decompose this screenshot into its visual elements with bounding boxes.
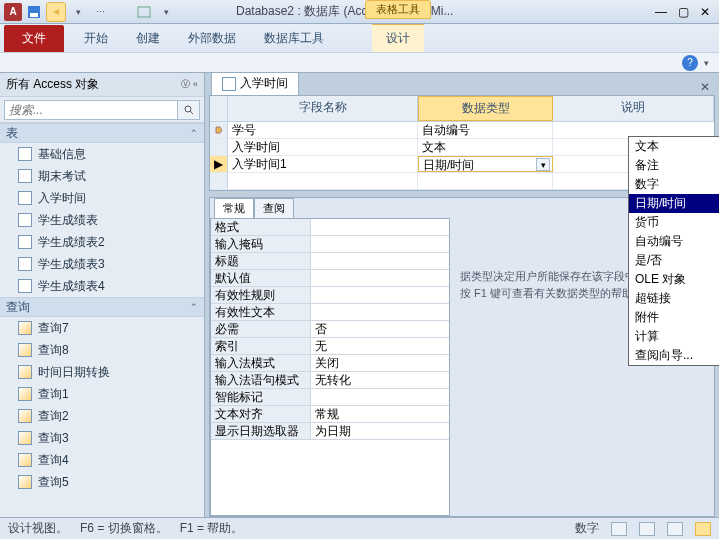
property-value[interactable] [311,389,449,405]
qat-dd-icon[interactable]: ▾ [156,2,176,22]
data-type-cell[interactable]: 自动编号 [418,122,553,138]
property-value[interactable]: 关闭 [311,355,449,371]
app-icon[interactable]: A [4,3,22,21]
nav-query-item[interactable]: 查询8 [0,339,204,361]
property-value[interactable] [311,270,449,286]
document-tab[interactable]: 入学时间 [211,73,299,95]
property-value[interactable]: 为日期 [311,423,449,439]
property-row[interactable]: 文本对齐常规 [211,406,449,423]
tab-file[interactable]: 文件 [4,25,64,52]
data-type-cell[interactable]: 日期/时间▾ [418,156,553,172]
dropdown-option[interactable]: 附件 [629,308,719,327]
search-icon[interactable] [178,100,200,120]
property-value[interactable] [311,253,449,269]
nav-group-tables[interactable]: 表 [6,125,18,142]
field-name-cell[interactable]: 入学时间 [228,139,418,155]
tab-create[interactable]: 创建 [122,25,174,52]
nav-table-item[interactable]: 学生成绩表3 [0,253,204,275]
property-row[interactable]: 默认值 [211,270,449,287]
dropdown-option[interactable]: 计算 [629,327,719,346]
dropdown-option[interactable]: 自动编号 [629,232,719,251]
dropdown-option[interactable]: 数字 [629,175,719,194]
data-type-cell[interactable]: 文本 [418,139,553,155]
data-type-dropdown[interactable]: 文本备注数字日期/时间货币自动编号是/否OLE 对象超链接附件计算查阅向导... [628,136,719,366]
ps-tab-general[interactable]: 常规 [214,198,254,218]
property-row[interactable]: 格式 [211,219,449,236]
row-selector[interactable] [210,173,228,189]
property-row[interactable]: 有效性文本 [211,304,449,321]
nav-table-item[interactable]: 学生成绩表2 [0,231,204,253]
property-value[interactable] [311,236,449,252]
tab-home[interactable]: 开始 [70,25,122,52]
qat-more-icon[interactable]: ⋯ [90,2,110,22]
property-row[interactable]: 显示日期选取器为日期 [211,423,449,440]
col-data-type[interactable]: 数据类型 [418,96,553,121]
tab-database-tools[interactable]: 数据库工具 [250,25,338,52]
property-row[interactable]: 输入法语句模式无转化 [211,372,449,389]
property-row[interactable]: 输入掩码 [211,236,449,253]
row-selector[interactable] [210,122,228,138]
field-name-cell[interactable]: 入学时间1 [228,156,418,172]
field-name-cell[interactable]: 学号 [228,122,418,138]
nav-table-item[interactable]: 学生成绩表4 [0,275,204,297]
property-value[interactable] [311,304,449,320]
col-field-name[interactable]: 字段名称 [228,96,418,121]
property-grid[interactable]: 格式输入掩码标题默认值有效性规则有效性文本必需否索引无输入法模式关闭输入法语句模… [210,218,450,516]
property-row[interactable]: 输入法模式关闭 [211,355,449,372]
property-value[interactable]: 常规 [311,406,449,422]
property-value[interactable]: 无转化 [311,372,449,388]
tab-external-data[interactable]: 外部数据 [174,25,250,52]
nav-group-queries[interactable]: 查询 [6,299,30,316]
property-row[interactable]: 标题 [211,253,449,270]
tab-design[interactable]: 设计 [372,24,424,52]
nav-query-item[interactable]: 时间日期转换 [0,361,204,383]
undo-icon[interactable] [46,2,66,22]
maximize-icon[interactable]: ▢ [673,2,693,22]
minimize-icon[interactable]: — [651,2,671,22]
dropdown-option[interactable]: OLE 对象 [629,270,719,289]
document-close-icon[interactable]: ✕ [697,79,713,95]
dropdown-arrow-icon[interactable]: ▾ [536,158,550,171]
row-selector-header[interactable] [210,96,228,121]
nav-query-item[interactable]: 查询4 [0,449,204,471]
help-icon[interactable]: ? [682,55,698,71]
property-value[interactable]: 否 [311,321,449,337]
nav-query-item[interactable]: 查询3 [0,427,204,449]
property-value[interactable]: 无 [311,338,449,354]
nav-table-item[interactable]: 基础信息 [0,143,204,165]
col-description[interactable]: 说明 [553,96,714,121]
nav-filter-icon[interactable]: ⓥ « [181,78,198,91]
view-chart-icon[interactable] [667,522,683,536]
collapse-icon[interactable]: ⌃ [190,302,198,312]
row-selector[interactable] [210,139,228,155]
search-input[interactable] [4,100,178,120]
view-datasheet-icon[interactable] [611,522,627,536]
property-row[interactable]: 索引无 [211,338,449,355]
nav-table-item[interactable]: 期末考试 [0,165,204,187]
property-row[interactable]: 必需否 [211,321,449,338]
qat-view-icon[interactable] [134,2,154,22]
nav-query-item[interactable]: 查询7 [0,317,204,339]
property-value[interactable] [311,219,449,235]
nav-query-item[interactable]: 查询5 [0,471,204,493]
dropdown-option[interactable]: 是/否 [629,251,719,270]
property-row[interactable]: 智能标记 [211,389,449,406]
nav-table-item[interactable]: 学生成绩表 [0,209,204,231]
nav-query-item[interactable]: 查询2 [0,405,204,427]
redo-dropdown-icon[interactable]: ▾ [68,2,88,22]
dropdown-option[interactable]: 备注 [629,156,719,175]
property-row[interactable]: 有效性规则 [211,287,449,304]
ribbon-collapse-icon[interactable]: ▾ [704,58,709,68]
dropdown-option[interactable]: 货币 [629,213,719,232]
view-pivot-icon[interactable] [639,522,655,536]
row-selector[interactable]: ▶ [210,156,228,172]
nav-query-item[interactable]: 查询1 [0,383,204,405]
dropdown-option[interactable]: 文本 [629,137,719,156]
collapse-icon[interactable]: ⌃ [190,128,198,138]
view-design-icon[interactable] [695,522,711,536]
dropdown-option[interactable]: 查阅向导... [629,346,719,365]
close-icon[interactable]: ✕ [695,2,715,22]
save-icon[interactable] [24,2,44,22]
nav-table-item[interactable]: 入学时间 [0,187,204,209]
property-value[interactable] [311,287,449,303]
